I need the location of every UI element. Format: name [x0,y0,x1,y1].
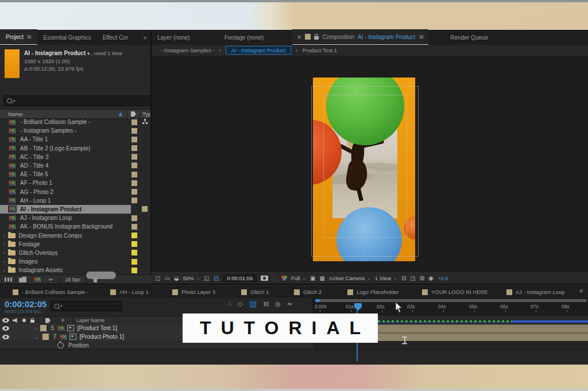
label-color-chip[interactable] [131,198,137,203]
label-color-chip[interactable] [131,241,137,247]
breadcrumb-item[interactable]: - Instagram Samples - [161,47,214,53]
label-color-chip[interactable] [131,224,137,230]
list-item[interactable]: AC - Title 3 [0,153,150,161]
label-color-chip[interactable] [42,334,49,340]
label-color-chip[interactable] [131,215,137,221]
tab-render-queue[interactable]: Render Queue [444,30,494,45]
list-item[interactable]: AH - Loop 1 [0,196,150,205]
list-item[interactable]: ›Instagram Assets [0,266,150,274]
tab-project[interactable]: Project ≡ [0,29,37,45]
column-type[interactable]: Type [142,111,150,117]
bit-depth-button[interactable]: 16 bpc [60,276,86,284]
new-composition-icon[interactable] [33,276,42,283]
twirl-closed-icon[interactable]: › [3,233,6,238]
magnification-dropdown[interactable]: 50% ⌄ [183,275,200,281]
list-item-selected[interactable]: AI - Instagram Product [0,205,131,214]
label-color-chip[interactable] [131,162,137,168]
twirl-closed-icon[interactable]: › [3,259,6,265]
motion-blur-icon[interactable]: ◎ [275,300,281,308]
label-column-icon[interactable] [131,111,136,117]
stopwatch-icon[interactable] [57,342,64,349]
preview-timecode[interactable]: 0:00:01:06 [223,274,257,282]
label-color-chip[interactable] [131,128,137,134]
pixel-aspect-icon[interactable]: ⊟ [401,275,406,281]
region-of-interest-icon[interactable]: ◱ [204,275,209,281]
timeline-tab[interactable]: Logo Placeholder [347,286,399,298]
label-color-chip[interactable] [131,154,137,160]
list-item[interactable]: AJ - Instagram Loop [0,214,150,222]
tab-effect-controls[interactable]: Effect Cor [97,30,134,45]
fast-previews-icon[interactable]: ▣ [310,275,315,281]
label-color-chip[interactable] [131,250,137,255]
sort-ascending-icon[interactable]: ▲ [119,111,122,117]
composition-mini-flowchart-icon[interactable]: ∴ [227,300,231,308]
property-label[interactable]: Position [68,342,89,349]
lock-icon[interactable] [30,320,34,323]
collapse-transformations-icon[interactable] [67,325,74,331]
list-item[interactable]: ›Images [0,257,150,266]
list-item[interactable]: AF - Photo 1 [0,179,150,187]
tab-overflow-icon[interactable]: » [143,34,147,41]
frame-blending-icon[interactable]: ⊟ [264,300,269,308]
transparency-grid-icon[interactable]: ▦ [319,275,324,281]
back-chevron-icon[interactable]: ‹ [219,47,221,53]
eye-icon[interactable] [2,335,9,339]
project-search-input[interactable]: ▾ [3,95,150,106]
list-item[interactable]: ›Footage [0,240,150,249]
tab-footage[interactable]: Footage (none) [219,30,269,45]
list-item[interactable]: AE - Title 5 [0,170,150,179]
timeline-tab[interactable]: Glitch 1 [241,286,269,298]
timeline-jump-icon[interactable]: ◳ [410,275,415,281]
view-layout-dropdown[interactable]: 1 View ⌄ [375,275,397,281]
breadcrumb-item-active[interactable]: AI - Instagram Product [226,46,291,55]
layer-name[interactable]: [Product Photo 1] [80,334,124,340]
breadcrumb-item[interactable]: Product Text 1 [303,47,338,53]
adjustment-icon[interactable]: ✎ [48,276,55,283]
playhead-marker[interactable] [354,303,362,311]
caret-down-icon[interactable]: ▾ [87,51,90,56]
panel-menu-icon[interactable]: ≡ [419,33,424,41]
eye-icon[interactable] [2,318,9,323]
camera-dropdown[interactable]: Active Camera ⌄ [329,275,371,281]
twirl-closed-icon[interactable]: › [3,250,6,255]
tab-composition[interactable]: × Composition AI - Instagram Product ≡ [292,29,428,45]
close-icon[interactable]: × [297,34,301,40]
timeline-tab[interactable]: AH - Loop 1 [110,286,149,298]
list-item[interactable]: - Instagram Samples - [0,126,150,135]
column-layer-name[interactable]: Layer Name [76,318,105,323]
monitor-icon[interactable]: ▭ [164,275,169,281]
tab-layer[interactable]: Layer (none) [152,30,196,45]
list-item[interactable]: AB - Title 2 (Logo Example) [0,144,150,153]
current-timecode[interactable]: 0:00:02:05 [5,299,47,309]
always-preview-icon[interactable]: ◫ [155,275,160,281]
exposure-value[interactable]: +0.0 [438,275,448,281]
list-item[interactable]: AA - Title 1 [0,135,150,144]
label-color-chip[interactable] [131,145,137,151]
timeline-tab[interactable]: Photo Layer 3 [172,286,215,298]
label-color-chip[interactable] [131,119,137,125]
list-item[interactable]: ›Glitch Overlays [0,249,150,257]
draft-3d-icon[interactable]: ◇ [238,300,242,308]
close-icon[interactable]: × [579,288,583,294]
label-color-chip[interactable] [131,233,137,238]
channel-settings-icon[interactable] [281,275,287,281]
list-item[interactable]: AG - Photo 2 [0,188,150,196]
timeline-tab[interactable]: Glitch 2 [294,286,322,298]
viewer-stage[interactable] [152,56,588,271]
column-number[interactable]: # [61,318,64,323]
label-color-chip[interactable] [131,137,137,142]
list-item[interactable]: - Brilliant Collision Sample - [0,118,150,126]
flowchart-icon[interactable]: ⊞ [420,275,424,281]
label-color-chip[interactable] [131,180,137,186]
tab-essential-graphics[interactable]: Essential Graphics [37,30,96,45]
show-snapshot-icon[interactable]: ◌ [272,275,277,281]
layer-name[interactable]: [Product Text 1] [78,325,117,331]
timeline-tab-active[interactable]: AJ - Instagram Loop [506,286,565,299]
label-color-chip[interactable] [131,172,137,177]
list-item[interactable]: AD - Title 4 [0,161,150,170]
mask-visibility-icon[interactable]: ◒ [174,275,179,281]
resolution-dropdown[interactable]: Full ⌄ [291,275,306,281]
label-color-chip[interactable] [40,325,47,331]
exposure-aperture-icon[interactable]: ◉ [428,275,434,281]
label-color-chip[interactable] [131,259,137,265]
